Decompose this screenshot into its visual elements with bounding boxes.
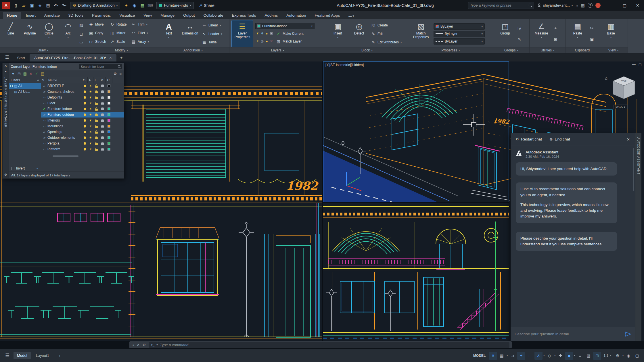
dynamic-input-toggle[interactable]: ⌖: [517, 352, 525, 360]
lineweight-toggle[interactable]: ≡: [576, 352, 584, 360]
layer-row[interactable]: ▱Mouldings☀: [41, 123, 124, 129]
array-button[interactable]: ▦Array▾: [131, 38, 152, 45]
linetype-dropdown[interactable]: ByLayer▾: [434, 38, 485, 45]
layer-row[interactable]: ▱Pergola☀: [41, 140, 124, 146]
layer-grid-header[interactable]: S..Name O..F.. L..P.. C..: [41, 77, 124, 83]
end-chat-button[interactable]: ⊗ End chat: [549, 137, 570, 141]
save-as-icon[interactable]: ◈: [36, 2, 44, 9]
new-layer-vp-frozen-icon[interactable]: ▦: [23, 72, 27, 76]
wcs-indicator[interactable]: WCS ▾: [614, 105, 628, 109]
viewport-minimize-icon[interactable]: —: [632, 62, 636, 66]
undo-icon[interactable]: ↶▾: [52, 2, 60, 9]
insert-block-button[interactable]: ▣ Insert▾: [328, 20, 347, 47]
match-properties-button[interactable]: ▧ Match Properties: [411, 20, 431, 47]
make-current-button[interactable]: ✓Make Current: [276, 30, 304, 37]
viewport-front-elevation[interactable]: [323, 203, 509, 341]
layer-freeze-icon[interactable]: ❄: [261, 32, 263, 35]
collapse-filters-icon[interactable]: «: [37, 78, 39, 82]
lineweight-dropdown[interactable]: ByLayer▾: [434, 31, 485, 37]
edit-attributes-button[interactable]: ✎Edit Attributes▾: [371, 39, 402, 46]
layout1-tab[interactable]: Layout1: [32, 352, 53, 359]
palette-properties-icon[interactable]: ⚙: [4, 173, 7, 177]
layer-delete-icon[interactable]: ✕: [270, 39, 273, 43]
account-avatar[interactable]: [595, 3, 601, 8]
sheet-set-icon[interactable]: ◉: [131, 2, 138, 9]
grid-display-toggle[interactable]: #: [489, 352, 497, 360]
maximize-button[interactable]: ▢: [618, 0, 631, 11]
panel-label-properties[interactable]: Properties▾: [408, 47, 493, 53]
panel-label-modify[interactable]: Modify▾: [86, 47, 157, 53]
object-color-dropdown[interactable]: ByLayer▾: [434, 23, 485, 30]
model-space-button[interactable]: MODEL: [470, 354, 488, 358]
layer-off-icon[interactable]: ●: [266, 40, 268, 43]
quick-calc-button[interactable]: ⊞: [553, 36, 558, 43]
polyline-button[interactable]: ∿ Polyline: [22, 20, 39, 47]
command-input-field[interactable]: >_ ▾: [149, 342, 509, 348]
close-button[interactable]: ✕: [631, 0, 644, 11]
render-icon[interactable]: ▦: [139, 2, 146, 9]
invert-checkbox[interactable]: [11, 167, 14, 170]
annotation-monitor-toggle[interactable]: ◉: [624, 352, 632, 360]
leader-button[interactable]: ↖Leader▾: [202, 30, 222, 37]
tab-manage[interactable]: Manage: [156, 12, 179, 19]
tab-home[interactable]: Home: [3, 12, 21, 19]
set-current-layer-icon[interactable]: ✓: [35, 72, 38, 76]
new-layout-button[interactable]: ＋: [54, 352, 65, 360]
layout-menu-icon[interactable]: ☰: [3, 353, 12, 358]
ungroup-button[interactable]: ◲: [517, 25, 522, 32]
viewport-restore-icon[interactable]: ▢: [639, 62, 642, 66]
tab-start[interactable]: Start: [12, 54, 29, 61]
clean-screen-button[interactable]: ▢: [633, 352, 641, 360]
move-button[interactable]: ✚Move: [89, 21, 110, 28]
copy-clip-button[interactable]: ▣: [589, 36, 594, 43]
panel-label-block[interactable]: Block▾: [326, 47, 408, 53]
tab-automation[interactable]: Automation: [282, 12, 310, 19]
palette-settings-gear-icon[interactable]: ⚙: [114, 72, 117, 76]
palette-autohide-icon[interactable]: ◂: [5, 70, 6, 73]
chat-scrollbar[interactable]: [633, 148, 634, 191]
tab-parametric[interactable]: Parametric: [88, 12, 115, 19]
workspace-switching-button[interactable]: ⚙: [614, 352, 622, 360]
filter-all[interactable]: ⊟ ▤ All: [9, 83, 41, 89]
plot-icon[interactable]: ▤: [44, 2, 52, 9]
workspace-switcher[interactable]: ⚙ Drafting & Annotation ▾: [70, 2, 120, 9]
file-tabs-menu-icon[interactable]: ☰: [2, 55, 12, 61]
open-file-icon[interactable]: ▱: [20, 2, 28, 9]
paste-button[interactable]: ▤ Paste▾: [568, 20, 587, 47]
panel-label-annotation[interactable]: Annotation▾: [157, 47, 229, 53]
tab-visualize[interactable]: Visualize: [115, 12, 139, 19]
transparency-toggle[interactable]: ▨: [584, 352, 593, 360]
tab-annotate[interactable]: Annotate: [40, 12, 64, 19]
tab-output[interactable]: Output: [179, 12, 199, 19]
tab-express-tools[interactable]: Express Tools: [228, 12, 260, 19]
drawing-area[interactable]: 1982: [0, 61, 644, 341]
save-icon[interactable]: ▣: [28, 2, 36, 9]
minimize-button[interactable]: —: [605, 0, 618, 11]
layer-row[interactable]: ▱Openings☀: [41, 129, 124, 135]
layer-isolate-icon[interactable]: ◎: [261, 39, 264, 43]
filter-all-used[interactable]: ▤ All Us...: [9, 89, 41, 95]
panel-label-view[interactable]: View▾: [599, 47, 628, 53]
signed-in-user[interactable]: shiyamdev.srit... ▾: [537, 3, 573, 7]
cut-button[interactable]: ✂: [589, 25, 594, 32]
edit-block-button[interactable]: ✎Edit: [371, 30, 402, 37]
ortho-mode-toggle[interactable]: ∟: [526, 352, 534, 360]
isometric-drafting-toggle[interactable]: ◇: [545, 352, 553, 360]
layer-row[interactable]: ▱Outdoor-elements☀: [41, 135, 124, 140]
layer-on-icon[interactable]: ☀: [256, 32, 259, 35]
id-point-button[interactable]: ⌖: [553, 25, 558, 32]
infer-constraints-toggle[interactable]: ⊿: [509, 352, 517, 360]
palette-menu-icon[interactable]: ≡: [119, 72, 122, 76]
layer-bulb-icon[interactable]: ●: [266, 32, 268, 35]
circle-button[interactable]: ◯ Circle▾: [41, 20, 57, 47]
help-icon[interactable]: ?: [588, 3, 593, 8]
mirror-button[interactable]: ◫Mirror: [110, 30, 131, 36]
ribbon-display-toggle[interactable]: ▬ ▾: [346, 13, 356, 19]
arc-button[interactable]: ◠ Arc▾: [60, 20, 77, 47]
palette-title-bar[interactable]: ✕ ◂ LAYER PROPERTIES MANAGER ⚙: [3, 63, 9, 178]
panel-label-clipboard[interactable]: Clipboard: [566, 47, 599, 53]
tree-expander-icon[interactable]: ⊟: [10, 84, 13, 88]
line-button[interactable]: ╱ Line: [2, 20, 19, 47]
create-block-button[interactable]: ◱Create: [371, 22, 402, 29]
tab-current-drawing[interactable]: AutoCAD-FY25_Fire-...-Book-Cafe_01_3D*✕: [30, 54, 116, 61]
